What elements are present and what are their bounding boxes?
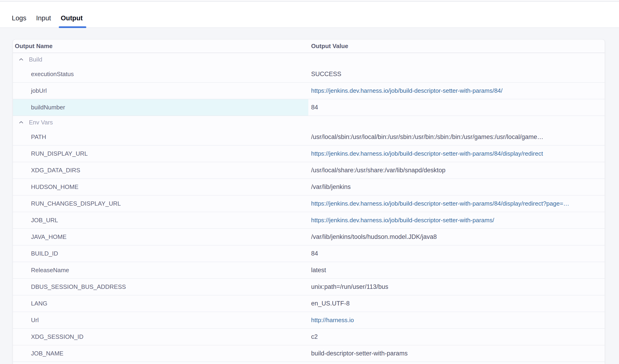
column-header-output-name: Output Name [13,42,308,50]
output-name-cell: RUN_CHANGES_DISPLAY_URL [13,196,308,212]
output-name-cell: JAVA_HOME [13,229,308,245]
output-value-cell: unix:path=/run/user/113/bus [308,279,605,295]
output-name-cell: jobUrl [13,83,308,99]
value-link[interactable]: https://jenkins.dev.harness.io/job/build… [311,217,494,224]
output-name-cell: PATH [13,129,308,145]
output-value-cell: c2 [308,329,605,345]
output-value-cell: build-descriptor-setter-with-params [308,345,605,362]
section-label: Build [29,56,42,63]
table-row: JOB_NAMEbuild-descriptor-setter-with-par… [13,345,605,362]
output-name-cell: HUDSON_HOME [13,179,308,195]
output-value-cell: latest [308,262,605,279]
output-value-cell: http://harness.io [308,312,605,328]
tab-bar: Logs Input Output [0,0,619,28]
output-value-cell: https://jenkins.dev.harness.io/job/build… [308,212,605,228]
output-value-cell: https://jenkins.dev.harness.io/job/build… [308,196,605,212]
chevron-up-icon[interactable] [19,121,29,124]
table-row: buildNumber84 [13,99,605,116]
section-row: Env Vars [13,116,605,129]
tab-output[interactable]: Output [59,14,84,28]
value-text: 84 [311,250,318,257]
output-value-cell: /var/lib/jenkins/tools/hudson.model.JDK/… [308,229,605,245]
table-row: JOB_URLhttps://jenkins.dev.harness.io/jo… [13,212,605,229]
output-name-cell: executionStatus [13,66,308,82]
output-name-cell: DBUS_SESSION_BUS_ADDRESS [13,279,308,295]
top-divider [0,1,619,1]
table-row: Urlhttp://harness.io [13,312,605,329]
output-value-cell: en_US.UTF-8 [308,295,605,312]
table-row: jobUrlhttps://jenkins.dev.harness.io/job… [13,83,605,99]
output-value-cell: /usr/local/share:/usr/share:/var/lib/sna… [308,162,605,179]
value-link[interactable]: https://jenkins.dev.harness.io/job/build… [311,87,503,94]
output-name-cell: BUILD_ID [13,245,308,262]
value-text: build-descriptor-setter-with-params [311,350,408,357]
value-text: en_US.UTF-8 [311,300,350,307]
main-content: Output Name Output Value BuildexecutionS… [0,28,619,364]
output-name-cell: XDG_SESSION_ID [13,329,308,345]
tab-logs[interactable]: Logs [10,14,28,28]
value-link[interactable]: https://jenkins.dev.harness.io/job/build… [311,150,543,157]
output-name-cell: LANG [13,295,308,312]
table-row: PATH/usr/local/sbin:/usr/local/bin:/usr/… [13,129,605,145]
value-link[interactable]: https://jenkins.dev.harness.io/job/build… [311,200,569,207]
value-text: /var/lib/jenkins [311,183,351,191]
value-link[interactable]: http://harness.io [311,317,354,324]
value-text: 84 [311,104,318,111]
chevron-up-icon[interactable] [19,58,29,61]
table-row: executionStatusSUCCESS [13,66,605,83]
tab-input[interactable]: Input [34,14,53,28]
value-text: /usr/local/share:/usr/share:/var/lib/sna… [311,167,446,174]
output-name-cell: XDG_DATA_DIRS [13,162,308,179]
output-value-cell: 84 [308,245,605,262]
value-text: /var/lib/jenkins/tools/hudson.model.JDK/… [311,233,437,240]
output-name-cell: ReleaseName [13,262,308,279]
tab-input-label: Input [36,14,51,22]
output-value-cell: /var/lib/jenkins [308,179,605,195]
table-row: DBUS_SESSION_BUS_ADDRESSunix:path=/run/u… [13,279,605,295]
column-header-output-value: Output Value [308,42,605,50]
output-name-cell: RUN_DISPLAY_URL [13,145,308,162]
output-name-cell: JOB_URL [13,212,308,228]
output-value-cell: /usr/local/sbin:/usr/local/bin:/usr/sbin… [308,129,605,145]
table-body: BuildexecutionStatusSUCCESSjobUrlhttps:/… [13,53,605,362]
active-tab-indicator [59,26,86,28]
table-row: HUDSON_HOME/var/lib/jenkins [13,179,605,196]
output-name-cell: buildNumber [13,99,308,116]
table-row: BUILD_ID84 [13,245,605,262]
value-text: SUCCESS [311,70,341,78]
table-row: RUN_DISPLAY_URLhttps://jenkins.dev.harne… [13,145,605,162]
value-text: c2 [311,333,318,340]
table-header-row: Output Name Output Value [13,40,605,53]
output-value-cell: SUCCESS [308,66,605,82]
partial-next-row [13,362,605,364]
tab-logs-label: Logs [12,14,26,22]
output-value-cell: 84 [308,99,605,116]
table-row: XDG_DATA_DIRS/usr/local/share:/usr/share… [13,162,605,179]
section-row: Build [13,53,605,66]
output-value-cell: https://jenkins.dev.harness.io/job/build… [308,145,605,162]
value-text: unix:path=/run/user/113/bus [311,283,388,291]
output-name-cell: JOB_NAME [13,345,308,362]
output-name-cell: Url [13,312,308,328]
table-row: JAVA_HOME/var/lib/jenkins/tools/hudson.m… [13,229,605,245]
table-row: ReleaseNamelatest [13,262,605,279]
table-row: XDG_SESSION_IDc2 [13,329,605,345]
section-label: Env Vars [29,119,53,126]
output-value-cell: https://jenkins.dev.harness.io/job/build… [308,83,605,99]
output-table-card: Output Name Output Value BuildexecutionS… [13,40,605,364]
table-row: RUN_CHANGES_DISPLAY_URLhttps://jenkins.d… [13,196,605,212]
value-text: /usr/local/sbin:/usr/local/bin:/usr/sbin… [311,133,543,140]
value-text: latest [311,267,326,274]
tab-output-label: Output [61,14,83,22]
table-row: LANGen_US.UTF-8 [13,295,605,312]
